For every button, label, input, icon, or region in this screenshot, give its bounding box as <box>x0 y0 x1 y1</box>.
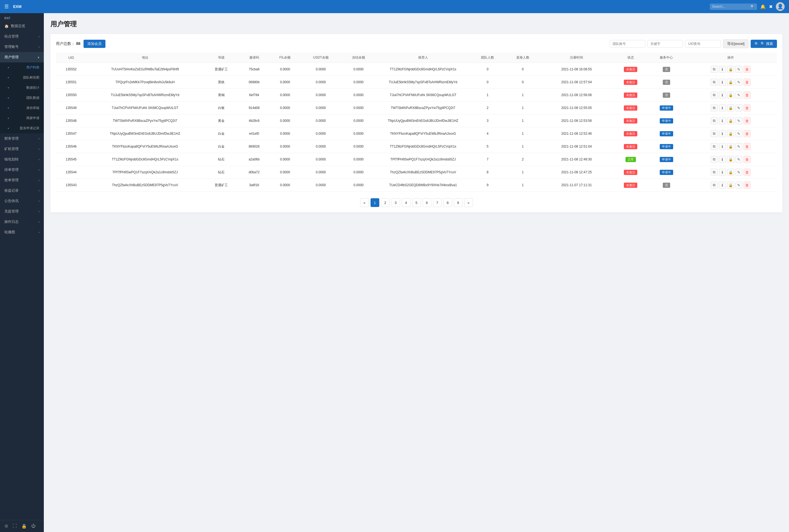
action-info-btn[interactable]: ℹ <box>719 169 726 176</box>
action-lock-btn[interactable]: 🔒 <box>727 92 734 99</box>
pagination-page-8[interactable]: 8 <box>444 198 452 207</box>
sidebar-item-account[interactable]: 管理账号 › <box>0 42 44 52</box>
action-info-btn[interactable]: ℹ <box>719 182 726 189</box>
action-edit-btn[interactable]: ✎ <box>735 169 743 176</box>
action-lock-btn[interactable]: 🔒 <box>727 156 734 163</box>
action-lock-btn[interactable]: 🔒 <box>727 79 734 86</box>
action-edit-btn[interactable]: ✎ <box>735 92 743 99</box>
pagination-page-7[interactable]: 7 <box>433 198 442 207</box>
pagination-page-9[interactable]: 9 <box>454 198 463 207</box>
action-edit-btn[interactable]: ✎ <box>735 156 743 163</box>
action-copy-btn[interactable]: ⧉ <box>711 130 718 137</box>
sidebar-item-site[interactable]: 站点管理 › <box>0 31 44 42</box>
action-delete-btn[interactable]: 🗑 <box>744 130 751 137</box>
action-copy-btn[interactable]: ⧉ <box>711 182 718 189</box>
action-info-btn[interactable]: ℹ <box>719 104 726 111</box>
sidebar-item-wallet[interactable]: 钱包划转 › <box>0 154 44 165</box>
lock-icon[interactable]: 🔒 <box>21 524 27 529</box>
search-button[interactable]: 🔍 🔍 搜索 <box>751 40 777 48</box>
action-delete-btn[interactable]: 🗑 <box>744 66 751 73</box>
action-delete-btn[interactable]: 🗑 <box>744 143 751 150</box>
action-info-btn[interactable]: ℹ <box>719 156 726 163</box>
action-info-btn[interactable]: ℹ <box>719 79 726 86</box>
action-copy-btn[interactable]: ⧉ <box>711 143 718 150</box>
pagination-page-3[interactable]: 3 <box>391 198 400 207</box>
power-icon[interactable]: ⏻ <box>31 524 36 529</box>
action-copy-btn[interactable]: ⧉ <box>711 104 718 111</box>
action-lock-btn[interactable]: 🔒 <box>727 143 734 150</box>
action-delete-btn[interactable]: 🗑 <box>744 104 751 111</box>
sidebar-item-identity-audit[interactable]: 身份审核 <box>0 103 44 113</box>
expand-icon[interactable]: ⛶ <box>13 524 17 529</box>
sidebar-item-dashboard[interactable]: 🏠 数据总览 <box>0 21 44 31</box>
add-member-button[interactable]: 添加会员 <box>83 40 106 48</box>
action-info-btn[interactable]: ℹ <box>719 117 726 124</box>
action-info-btn[interactable]: ℹ <box>719 143 726 150</box>
sidebar-item-team-tree[interactable]: 团队树状图 <box>0 73 44 83</box>
export-button[interactable]: 导出[excel] <box>723 39 749 48</box>
sidebar-item-news[interactable]: 公告快讯 › <box>0 196 44 206</box>
action-delete-btn[interactable]: 🗑 <box>744 156 751 163</box>
sidebar-item-data-stats[interactable]: 数据统计 <box>0 83 44 93</box>
action-edit-btn[interactable]: ✎ <box>735 182 743 189</box>
sidebar-item-queue[interactable]: 排单管理 › <box>0 165 44 175</box>
sidebar-item-earnings[interactable]: 收益记录 › <box>0 185 44 196</box>
bell-icon[interactable]: 🔔 <box>760 4 766 9</box>
action-edit-btn[interactable]: ✎ <box>735 130 743 137</box>
keyword-input[interactable] <box>647 40 683 48</box>
sidebar-item-banner[interactable]: 轮播图 › <box>0 227 44 238</box>
sidebar-item-order[interactable]: 抢单管理 › <box>0 175 44 185</box>
gear-icon[interactable]: ⚙ <box>4 524 8 529</box>
pagination-page-1[interactable]: 1 <box>371 198 379 207</box>
action-lock-btn[interactable]: 🔒 <box>727 117 734 124</box>
action-lock-btn[interactable]: 🔒 <box>727 182 734 189</box>
action-info-btn[interactable]: ℹ <box>719 130 726 137</box>
action-delete-btn[interactable]: 🗑 <box>744 117 751 124</box>
cell-level: 钻石 <box>204 153 239 166</box>
avatar[interactable]: 👤 <box>776 2 785 11</box>
sidebar-item-users[interactable]: 用户管理 ∨ <box>0 52 44 62</box>
sidebar-item-merchant-apply[interactable]: 商家申请 <box>0 113 44 123</box>
pagination-prev[interactable]: « <box>360 198 369 207</box>
action-copy-btn[interactable]: ⧉ <box>711 66 718 73</box>
settings-icon[interactable]: ✖ <box>769 4 773 9</box>
uid-input[interactable] <box>685 40 721 48</box>
action-lock-btn[interactable]: 🔒 <box>727 169 734 176</box>
search-box[interactable]: 🔍 <box>710 3 757 10</box>
action-delete-btn[interactable]: 🗑 <box>744 182 751 189</box>
action-copy-btn[interactable]: ⧉ <box>711 169 718 176</box>
action-edit-btn[interactable]: ✎ <box>735 117 743 124</box>
hamburger-icon[interactable]: ☰ <box>4 3 9 10</box>
sidebar-item-stock-apply[interactable]: 股东申请记录 <box>0 123 44 133</box>
search-input[interactable] <box>712 5 750 8</box>
pagination-page-5[interactable]: 5 <box>412 198 421 207</box>
pagination-next[interactable]: » <box>464 198 473 207</box>
cell-referrer: TNpUUyQpuBW3mEhEGs6JBUJDmfDwJtE1HZ <box>376 114 470 127</box>
action-lock-btn[interactable]: 🔒 <box>727 104 734 111</box>
sidebar-item-user-list[interactable]: 用户列表 <box>0 62 44 73</box>
action-copy-btn[interactable]: ⧉ <box>711 156 718 163</box>
action-delete-btn[interactable]: 🗑 <box>744 169 751 176</box>
action-info-btn[interactable]: ℹ <box>719 92 726 99</box>
pagination-page-4[interactable]: 4 <box>402 198 411 207</box>
action-edit-btn[interactable]: ✎ <box>735 66 743 73</box>
action-copy-btn[interactable]: ⧉ <box>711 92 718 99</box>
sidebar-item-miner[interactable]: 矿机管理 › <box>0 144 44 154</box>
sidebar-item-team-data[interactable]: 团队数据 <box>0 93 44 103</box>
team-account-input[interactable] <box>609 40 645 48</box>
action-info-btn[interactable]: ℹ <box>719 66 726 73</box>
action-lock-btn[interactable]: 🔒 <box>727 130 734 137</box>
sidebar-item-oplog[interactable]: 操作日志 › <box>0 216 44 227</box>
action-edit-btn[interactable]: ✎ <box>735 104 743 111</box>
action-edit-btn[interactable]: ✎ <box>735 143 743 150</box>
action-copy-btn[interactable]: ⧉ <box>711 117 718 124</box>
action-delete-btn[interactable]: 🗑 <box>744 79 751 86</box>
action-delete-btn[interactable]: 🗑 <box>744 92 751 99</box>
action-lock-btn[interactable]: 🔒 <box>727 66 734 73</box>
pagination-page-2[interactable]: 2 <box>381 198 390 207</box>
sidebar-item-recharge[interactable]: 充提管理 › <box>0 206 44 216</box>
action-edit-btn[interactable]: ✎ <box>735 79 743 86</box>
pagination-page-6[interactable]: 6 <box>422 198 431 207</box>
sidebar-item-finance[interactable]: 财务管理 › <box>0 133 44 144</box>
action-copy-btn[interactable]: ⧉ <box>711 79 718 86</box>
